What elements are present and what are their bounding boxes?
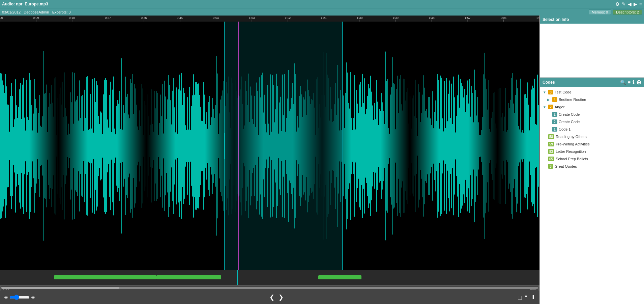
codes-list: ▼0Test Code▶4Bedtime Routine▼2Anger2Crea… — [540, 87, 644, 304]
code-item-pre-writing[interactable]: 59Pre-Writing Activities — [540, 140, 644, 148]
memos-button[interactable]: Memos: 0 — [589, 9, 611, 15]
code-label-create-code-2: Create Code — [559, 120, 580, 124]
menu-icon[interactable]: ≡ — [639, 1, 642, 7]
next-icon[interactable]: ▶ — [634, 1, 637, 7]
code-item-letter-recognition[interactable]: 83Letter Recognition — [540, 148, 644, 155]
mini-excerpt-2 — [156, 275, 221, 279]
code-item-school-prep[interactable]: 65School Prep Beliefs — [540, 155, 644, 163]
code-item-reading-by-others[interactable]: 58Reading by Others — [540, 133, 644, 140]
right-panel: Selection Info Codes 🔍 ≡ ℹ ⊕ ▼0Test Code… — [539, 16, 644, 304]
code-badge-code-1: 1 — [552, 127, 557, 132]
header-buttons: Memos: 0 Descriptors: 2 — [589, 9, 642, 15]
codes-title: Codes — [543, 80, 555, 85]
code-label-code-1: Code 1 — [559, 127, 570, 131]
code-label-school-prep: School Prep Beliefs — [556, 157, 588, 161]
screenshot-button[interactable]: ⬚ — [518, 294, 522, 300]
progress-bar-area[interactable]: 0:00 2:19 — [0, 285, 539, 291]
filter-icon[interactable]: ≡ — [628, 80, 631, 85]
codes-header-icons: 🔍 ≡ ℹ ⊕ — [620, 79, 641, 86]
add-code-icon[interactable]: ⊕ — [636, 79, 641, 86]
code-label-create-code-1: Create Code — [559, 112, 580, 116]
code-badge-create-code-2: 2 — [552, 119, 557, 124]
playback-controls: ⬚ ❝ ⏸ — [518, 294, 535, 300]
code-label-letter-recognition: Letter Recognition — [556, 149, 586, 154]
code-toggle-school-prep[interactable] — [543, 157, 547, 161]
pause-button[interactable]: ⏸ — [530, 294, 535, 300]
code-toggle-pre-writing[interactable] — [543, 142, 547, 146]
code-toggle-bedtime-routine[interactable]: ▶ — [547, 98, 551, 102]
code-label-anger: Anger — [555, 105, 564, 109]
code-badge-reading-by-others: 58 — [548, 134, 554, 139]
code-item-create-code-1[interactable]: 2Create Code — [540, 111, 644, 118]
code-label-bedtime-routine: Bedtime Routine — [559, 98, 586, 102]
zoom-in-icon[interactable]: ⊕ — [31, 295, 35, 300]
code-toggle-create-code-2[interactable] — [547, 120, 551, 124]
mini-excerpt-1 — [54, 275, 156, 279]
prev-icon[interactable]: ◀ — [628, 1, 632, 7]
controls-bar: ⊖ ⊕ ❮ ❯ ⬚ ❝ ⏸ — [0, 291, 539, 304]
code-label-pre-writing: Pre-Writing Activities — [556, 142, 590, 146]
code-toggle-reading-by-others[interactable] — [543, 135, 547, 139]
zoom-control: ⊖ ⊕ — [4, 295, 35, 300]
code-badge-letter-recognition: 83 — [548, 149, 554, 154]
code-item-create-code-2[interactable]: 2Create Code — [540, 118, 644, 126]
code-badge-create-code-1: 2 — [552, 112, 557, 117]
selection-info-content — [540, 24, 644, 78]
selection-info-header: Selection Info — [540, 16, 644, 24]
code-toggle-great-quotes[interactable] — [543, 164, 547, 168]
code-toggle-code-1[interactable] — [547, 127, 551, 131]
edit-icon[interactable]: ✎ — [622, 1, 626, 7]
progress-track[interactable] — [1, 287, 538, 289]
selection-info-title: Selection Info — [543, 17, 569, 22]
audio-title: Audio: npr_Europe.mp3 — [2, 2, 48, 6]
timeline-ruler — [0, 16, 539, 22]
code-item-anger[interactable]: ▼2Anger — [540, 103, 644, 111]
code-toggle-create-code-1[interactable] — [547, 112, 551, 116]
progress-fill — [1, 287, 119, 289]
search-icon[interactable]: 🔍 — [620, 80, 626, 85]
code-label-reading-by-others: Reading by Others — [556, 135, 587, 139]
code-badge-pre-writing: 59 — [548, 142, 554, 146]
meta-info: 03/01/2012 DedooseAdmin Excerpts: 3 — [2, 10, 71, 14]
code-badge-school-prep: 65 — [548, 157, 554, 161]
prev-excerpt-button[interactable]: ❮ — [269, 294, 274, 301]
zoom-slider[interactable] — [9, 295, 30, 300]
codes-header: Codes 🔍 ≡ ℹ ⊕ — [540, 78, 644, 87]
nav-buttons: ❮ ❯ — [38, 294, 515, 301]
mini-excerpt-3 — [318, 275, 361, 279]
code-badge-bedtime-routine: 4 — [552, 97, 557, 102]
mini-map[interactable] — [0, 270, 539, 285]
quote-button[interactable]: ❝ — [525, 294, 527, 300]
code-label-test-code: Test Code — [555, 90, 572, 94]
code-item-great-quotes[interactable]: 3Great Quotes — [540, 163, 644, 170]
sub-header: 03/01/2012 DedooseAdmin Excerpts: 3 Memo… — [0, 8, 644, 16]
code-toggle-letter-recognition[interactable] — [543, 149, 547, 154]
code-badge-test-code: 0 — [548, 90, 553, 94]
code-item-bedtime-routine[interactable]: ▶4Bedtime Routine — [540, 96, 644, 103]
header-icons: ⚙ ✎ ◀ ▶ ≡ — [615, 1, 642, 7]
code-item-code-1[interactable]: 1Code 1 — [540, 126, 644, 133]
code-toggle-test-code[interactable]: ▼ — [543, 90, 547, 94]
code-badge-anger: 2 — [548, 105, 553, 109]
zoom-out-icon[interactable]: ⊖ — [4, 295, 8, 300]
info-icon[interactable]: ℹ — [633, 80, 634, 85]
top-header: Audio: npr_Europe.mp3 ⚙ ✎ ◀ ▶ ≡ — [0, 0, 644, 8]
code-toggle-anger[interactable]: ▼ — [543, 105, 547, 109]
settings-icon[interactable]: ⚙ — [615, 1, 620, 7]
mini-playhead — [237, 270, 238, 285]
code-badge-great-quotes: 3 — [548, 164, 553, 169]
next-excerpt-button[interactable]: ❯ — [279, 294, 284, 301]
waveform-panel: 0:00 2:19 ⊖ ⊕ ❮ ❯ ⬚ — [0, 16, 539, 304]
waveform-display[interactable] — [0, 22, 539, 270]
code-item-test-code[interactable]: ▼0Test Code — [540, 88, 644, 96]
descriptors-button[interactable]: Descriptors: 2 — [613, 9, 642, 15]
code-label-great-quotes: Great Quotes — [555, 164, 577, 168]
main-area: 0:00 2:19 ⊖ ⊕ ❮ ❯ ⬚ — [0, 16, 644, 304]
